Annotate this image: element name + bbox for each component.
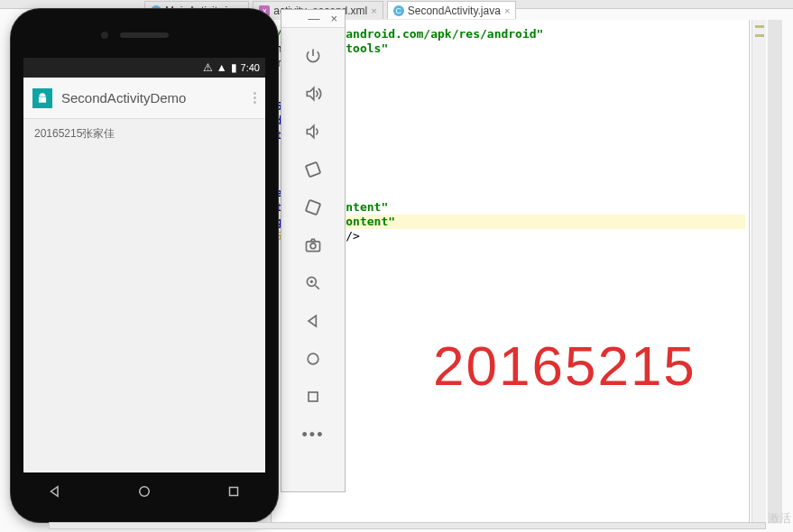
overview-square-icon [304, 388, 322, 406]
camera-icon [304, 236, 322, 254]
rotate-right-button[interactable] [281, 188, 345, 226]
back-triangle-icon [304, 312, 322, 330]
battery-alert-icon: ⚠ [203, 61, 213, 74]
volume-down-icon [304, 123, 322, 141]
zoom-button[interactable] [281, 264, 345, 302]
device-speaker [120, 32, 169, 38]
tab-second-activity[interactable]: C SecondActivity.java × [387, 1, 517, 19]
emulator-toolbar: — × ••• [281, 9, 346, 492]
back-triangle-icon [47, 483, 63, 500]
app-content-text: 20165215张家佳 [23, 119, 265, 149]
nav-overview-button[interactable] [226, 483, 242, 503]
nav-back-button[interactable] [47, 483, 63, 503]
svg-point-7 [140, 487, 150, 497]
overview-square-icon [226, 483, 242, 500]
code-line-current: gh" ontent" [275, 215, 745, 229]
more-button[interactable]: ••• [281, 416, 345, 454]
screenshot-button[interactable] [281, 226, 345, 264]
device-screen[interactable]: ⚠ ▲ ▮ 7:40 SecondActivityDemo 20165215张家… [23, 58, 265, 472]
home-button[interactable] [281, 340, 345, 378]
device-camera [101, 32, 108, 39]
overview-button[interactable] [281, 378, 345, 416]
rotate-right-icon [303, 197, 323, 217]
power-button[interactable] [281, 37, 345, 75]
svg-rect-1 [306, 200, 320, 215]
close-button[interactable]: × [330, 12, 337, 25]
battery-icon: ▮ [231, 61, 237, 74]
editor-gutter [752, 20, 766, 523]
tab-label: SecondActivity.java [408, 5, 501, 17]
signal-icon: ▲ [217, 61, 227, 74]
emulator-device-frame: ⚠ ▲ ▮ 7:40 SecondActivityDemo 20165215张家… [11, 9, 278, 522]
volume-up-icon [304, 85, 322, 103]
vertical-scrollbar[interactable] [768, 20, 782, 523]
gutter-warning-marker[interactable] [755, 34, 764, 37]
svg-point-3 [310, 243, 316, 249]
power-icon [304, 47, 322, 65]
app-overflow-menu[interactable] [254, 92, 256, 104]
svg-rect-6 [309, 392, 318, 401]
svg-point-5 [308, 353, 318, 364]
svg-rect-8 [229, 488, 237, 496]
device-nav-bar [11, 477, 278, 509]
more-dots-icon: ••• [302, 426, 325, 445]
close-icon[interactable]: × [504, 5, 510, 16]
svg-rect-0 [306, 162, 320, 177]
zoom-in-icon [304, 274, 322, 292]
ide-bottom-bar-fragment [49, 522, 766, 529]
minimize-button[interactable]: — [308, 12, 319, 25]
watermark-number: 20165215 [433, 334, 696, 398]
nav-home-button[interactable] [136, 483, 152, 503]
home-circle-icon [304, 350, 322, 368]
windows-activate-watermark: 激活 [768, 510, 791, 527]
volume-down-button[interactable] [281, 113, 345, 151]
home-circle-icon [136, 483, 152, 500]
emulator-titlebar: — × [281, 10, 345, 28]
rotate-left-icon [303, 160, 323, 179]
gutter-warning-marker[interactable] [755, 25, 764, 28]
java-class-icon: C [393, 5, 404, 16]
volume-up-button[interactable] [281, 75, 345, 113]
app-title: SecondActivityDemo [61, 90, 244, 105]
rotate-left-button[interactable] [281, 151, 345, 188]
back-button[interactable] [281, 302, 345, 340]
android-status-bar: ⚠ ▲ ▮ 7:40 [23, 58, 265, 78]
status-time: 7:40 [241, 62, 260, 73]
app-launcher-icon [32, 88, 52, 108]
close-icon[interactable]: × [371, 5, 376, 16]
app-toolbar: SecondActivityDemo [23, 78, 265, 119]
